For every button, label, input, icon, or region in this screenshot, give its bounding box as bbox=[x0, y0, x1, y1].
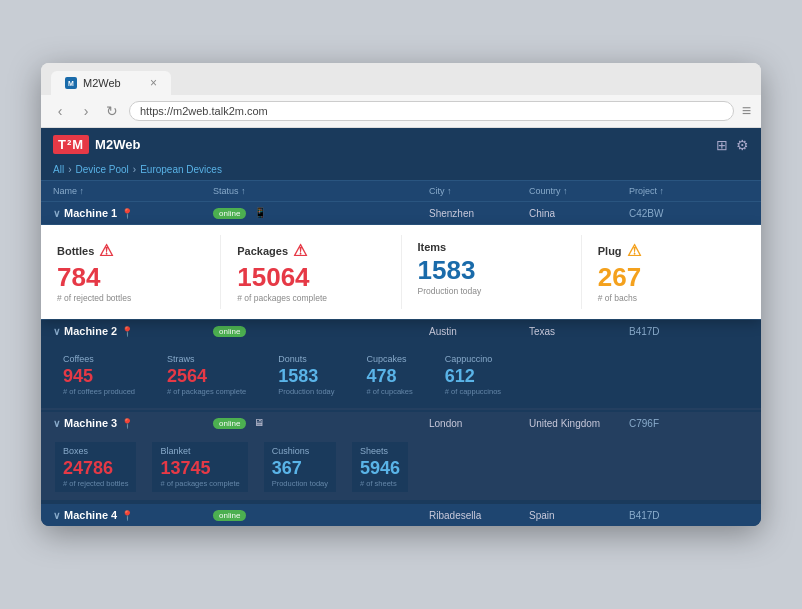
logo-brand: T²M bbox=[53, 135, 89, 154]
sheets-label: Sheets bbox=[360, 446, 400, 456]
donuts-sub: Production today bbox=[278, 387, 334, 396]
browser-toolbar: ‹ › ↻ https://m2web.talk2m.com ≡ bbox=[41, 95, 761, 128]
settings-icon[interactable]: ⚙ bbox=[736, 137, 749, 153]
col-city[interactable]: City ↑ bbox=[429, 186, 529, 196]
logo-name: M2Web bbox=[95, 137, 140, 152]
machine-4-status: online bbox=[213, 510, 246, 521]
sheets-value: 5946 bbox=[360, 458, 400, 479]
machine-2-city: Austin bbox=[429, 326, 529, 337]
machine-4-project: B417D bbox=[629, 510, 749, 521]
location-icon: 📍 bbox=[121, 208, 133, 219]
machine-1-city: Shenzhen bbox=[429, 208, 529, 219]
machine-2-status-cell: online bbox=[213, 325, 429, 337]
metric-label-bottles: Bottles ⚠ bbox=[57, 241, 204, 260]
breadcrumb-device-pool[interactable]: Device Pool bbox=[75, 164, 128, 175]
grid-icon[interactable]: ⊞ bbox=[716, 137, 728, 153]
straws-label: Straws bbox=[167, 354, 246, 364]
metric-sub-packages: # of packages complete bbox=[237, 293, 384, 303]
alert-icon-plug: ⚠ bbox=[627, 241, 641, 260]
refresh-button[interactable]: ↻ bbox=[103, 102, 121, 120]
chevron-icon-3: ∨ bbox=[53, 418, 60, 429]
machine-4-header-row: ∨ Machine 4 📍 online Ribadesella Spain B… bbox=[41, 502, 761, 526]
metric-sheets: Sheets 5946 # of sheets bbox=[352, 442, 408, 492]
app-logo: T²M M2Web bbox=[53, 135, 140, 154]
col-country[interactable]: Country ↑ bbox=[529, 186, 629, 196]
machine-3-status-cell: online 🖥 bbox=[213, 417, 429, 429]
browser-menu-button[interactable]: ≡ bbox=[742, 102, 751, 120]
breadcrumb-all[interactable]: All bbox=[53, 164, 64, 175]
machine-4-label: Machine 4 bbox=[64, 509, 117, 521]
app-content: T²M M2Web ⊞ ⚙ All › Device Pool › Europe… bbox=[41, 128, 761, 526]
donuts-label: Donuts bbox=[278, 354, 334, 364]
machine-1-status: online bbox=[213, 208, 246, 219]
machine-4-name[interactable]: ∨ Machine 4 📍 bbox=[53, 509, 213, 521]
coffees-value: 945 bbox=[63, 366, 135, 387]
metric-label-items: Items bbox=[418, 241, 565, 253]
location-icon-3: 📍 bbox=[121, 418, 133, 429]
machine-2-status: online bbox=[213, 326, 246, 337]
metric-label-packages: Packages ⚠ bbox=[237, 241, 384, 260]
metric-card-packages: Packages ⚠ 15064 # of packages complete bbox=[221, 235, 401, 309]
cappuccino-value: 612 bbox=[445, 366, 501, 387]
col-name[interactable]: Name ↑ bbox=[53, 186, 213, 196]
metric-boxes: Boxes 24786 # of rejected bottles bbox=[55, 442, 136, 492]
machine-3-metrics-row: Boxes 24786 # of rejected bottles Blanke… bbox=[41, 434, 761, 502]
metric-sub-plug: # of bachs bbox=[598, 293, 745, 303]
blanket-sub: # of packages complete bbox=[160, 479, 239, 488]
breadcrumb-european-devices[interactable]: European Devices bbox=[140, 164, 222, 175]
machine-3-name[interactable]: ∨ Machine 3 📍 bbox=[53, 417, 213, 429]
col-project[interactable]: Project ↑ bbox=[629, 186, 749, 196]
metric-label-text-items: Items bbox=[418, 241, 447, 253]
metric-donuts: Donuts 1583 Production today bbox=[270, 350, 342, 400]
boxes-value: 24786 bbox=[63, 458, 128, 479]
machine-2-name[interactable]: ∨ Machine 2 📍 bbox=[53, 325, 213, 337]
chevron-icon-2: ∨ bbox=[53, 326, 60, 337]
cushions-label: Cushions bbox=[272, 446, 328, 456]
browser-tab[interactable]: M M2Web × bbox=[51, 71, 171, 95]
machine-3-status: online bbox=[213, 418, 246, 429]
metric-value-plug: 267 bbox=[598, 264, 745, 290]
metric-card-plug: Plug ⚠ 267 # of bachs bbox=[582, 235, 761, 309]
boxes-sub: # of rejected bottles bbox=[63, 479, 128, 488]
machine-1-status-cell: online 📱 bbox=[213, 207, 429, 219]
coffees-sub: # of coffees produced bbox=[63, 387, 135, 396]
tab-label: M2Web bbox=[83, 77, 121, 89]
metric-cupcakes: Cupcakes 478 # of cupcakes bbox=[359, 350, 421, 400]
cupcakes-value: 478 bbox=[367, 366, 413, 387]
chevron-icon-4: ∨ bbox=[53, 510, 60, 521]
sheets-sub: # of sheets bbox=[360, 479, 400, 488]
metric-cappuccino: Cappuccino 612 # of cappuccinos bbox=[437, 350, 509, 400]
metric-label-text-bottles: Bottles bbox=[57, 245, 94, 257]
tab-favicon: M bbox=[65, 77, 77, 89]
machine-3-label: Machine 3 bbox=[64, 417, 117, 429]
tab-close-button[interactable]: × bbox=[150, 76, 157, 90]
location-icon-4: 📍 bbox=[121, 510, 133, 521]
boxes-label: Boxes bbox=[63, 446, 128, 456]
machine-4-status-cell: online bbox=[213, 509, 429, 521]
metric-label-plug: Plug ⚠ bbox=[598, 241, 745, 260]
location-icon-2: 📍 bbox=[121, 326, 133, 337]
metric-value-bottles: 784 bbox=[57, 264, 204, 290]
machine-3-city: London bbox=[429, 418, 529, 429]
col-status[interactable]: Status ↑ bbox=[213, 186, 429, 196]
machine-1-country: China bbox=[529, 208, 629, 219]
machine-1-name[interactable]: ∨ Machine 1 📍 bbox=[53, 207, 213, 219]
back-button[interactable]: ‹ bbox=[51, 102, 69, 120]
machine-3-country: United Kingdom bbox=[529, 418, 629, 429]
metric-card-items: Items 1583 Production today bbox=[402, 235, 582, 309]
machine-1-project: C42BW bbox=[629, 208, 749, 219]
metric-coffees: Coffees 945 # of coffees produced bbox=[55, 350, 143, 400]
address-bar[interactable]: https://m2web.talk2m.com bbox=[129, 101, 734, 121]
blanket-value: 13745 bbox=[160, 458, 239, 479]
metric-sub-bottles: # of rejected bottles bbox=[57, 293, 204, 303]
machine-3-header-row: ∨ Machine 3 📍 online 🖥 London United Kin… bbox=[41, 410, 761, 434]
breadcrumb-bar: All › Device Pool › European Devices bbox=[41, 161, 761, 180]
forward-button[interactable]: › bbox=[77, 102, 95, 120]
cushions-value: 367 bbox=[272, 458, 328, 479]
column-headers: Name ↑ Status ↑ City ↑ Country ↑ Project… bbox=[41, 180, 761, 201]
cupcakes-label: Cupcakes bbox=[367, 354, 413, 364]
donuts-value: 1583 bbox=[278, 366, 334, 387]
machine-2-header-row: ∨ Machine 2 📍 online Austin Texas B417D bbox=[41, 319, 761, 342]
coffees-label: Coffees bbox=[63, 354, 135, 364]
header-icons: ⊞ ⚙ bbox=[716, 137, 749, 153]
